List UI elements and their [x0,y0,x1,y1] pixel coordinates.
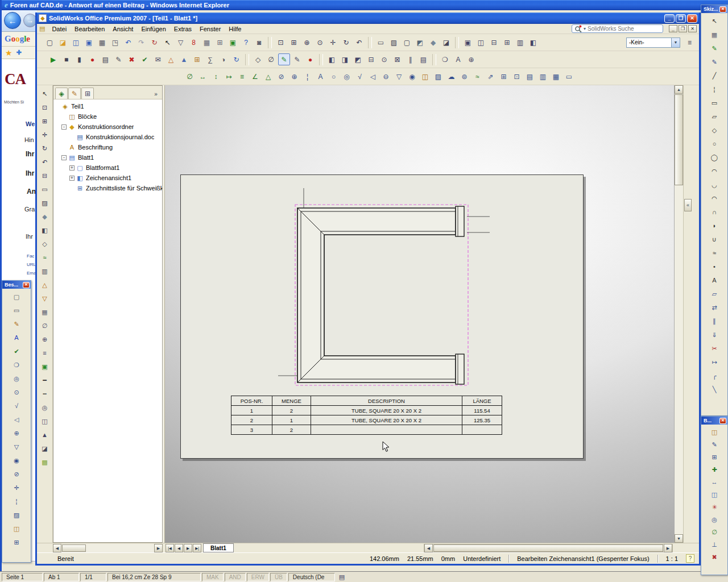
horizontal-dimension-tool[interactable]: ↔ [197,70,209,82]
zebra-stripes-tool[interactable]: ▥ [39,265,51,277]
tree-expander[interactable]: + [69,165,75,171]
auto-balloon-button[interactable]: ⊙ [10,386,23,398]
tile-vertical-button[interactable]: ⊞ [501,36,513,48]
offset-entities-tool[interactable]: ∥ [708,315,721,327]
curvature-tool[interactable]: ≈ [39,252,51,263]
tree-item-zeichenansicht1[interactable]: + ◧ Zeichenansicht1 [53,173,162,183]
tangent-arc-tool[interactable]: ◡ [708,179,721,190]
menu-fenster[interactable]: Fenster [196,25,225,33]
broken-view-button[interactable]: ∥ [404,53,416,65]
format-painter-button[interactable]: ✎ [10,318,23,330]
help-button[interactable]: ? [240,36,252,48]
property-manager-tab[interactable]: ✎ [68,88,81,99]
insert-note-button[interactable]: A [452,53,464,65]
crop-view-button[interactable]: ⊠ [391,53,403,65]
make-block-button[interactable]: ◫ [708,426,721,438]
tree-expander[interactable]: - [61,155,67,160]
tree-item-konstruktionsjournal[interactable]: ▤ Konstruktionsjournal.doc [53,132,162,142]
relations-button[interactable]: ⊥ [708,539,721,550]
note-tool[interactable]: A [315,70,326,82]
zoom-fit-button[interactable]: ⊡ [275,36,287,48]
toolbar-button[interactable] [368,37,372,48]
menu-extras[interactable]: Extras [170,25,196,33]
horizontal-scrollbar[interactable]: ◀ ▶ [424,544,673,552]
smart-dimension-tool[interactable]: ∅ [184,70,196,82]
projected-view-button[interactable]: ◨ [339,53,351,65]
tree-expander[interactable]: + [69,176,75,181]
toolbar-button[interactable] [432,54,436,65]
datum-target-tool[interactable]: ◉ [406,70,418,82]
scrollbar-thumb[interactable] [62,544,86,552]
child-close-button[interactable]: ✕ [688,25,697,32]
perimeter-circle-tool[interactable]: ◯ [708,152,721,163]
ellipse-tool[interactable]: ∩ [708,206,721,218]
close-icon[interactable]: ✕ [719,418,726,424]
partial-ellipse-tool[interactable]: ◗ [708,220,721,231]
revision-table-tool[interactable]: ▥ [537,70,549,82]
centerline-button[interactable]: ¦ [10,496,23,507]
new-macro-button[interactable]: ▤ [100,53,111,65]
centerline-tool[interactable]: ¦ [708,84,721,95]
table-button[interactable]: ⊞ [10,537,23,548]
solidworks-search-input[interactable] [588,26,660,32]
extend-tool[interactable]: ↦ [708,356,721,368]
cut-list-table[interactable]: POS-NR.MENGEDESCRIPTIONLÄNGE 1 2 TUBE, S… [231,396,502,435]
menu-datei[interactable]: Datei [48,25,71,33]
layer-tool[interactable]: ≡ [39,347,51,359]
balloon-button[interactable]: ❍ [10,359,23,371]
photoworks-button[interactable]: 8 [188,36,200,48]
scroll-left-icon[interactable]: ◀ [53,544,61,552]
units-tool[interactable]: ∅ [39,320,51,331]
block-tool[interactable]: ◫ [419,70,431,82]
center-mark-button[interactable]: ✛ [10,482,23,493]
spell-check-button[interactable]: ✔ [139,53,151,65]
scroll-right-icon[interactable]: ▶ [154,544,163,552]
layer-properties-button[interactable]: ≡ [684,36,696,48]
plane-tool[interactable]: ▱ [708,288,721,300]
undercut-tool[interactable]: ▽ [39,293,51,304]
tangent-edge-tool[interactable]: ▲ [39,429,51,440]
layer-combo[interactable]: -Kein- ▼ [626,38,680,48]
weldment-cutlist-tool[interactable]: ▦ [550,70,562,82]
spell-check-button[interactable]: ✔ [10,346,23,357]
tree-item-teil1[interactable]: ◈ Teil1 [53,101,162,111]
favorites-star-icon[interactable]: ★ [5,48,13,57]
smart-dimension-button[interactable]: ∅ [265,53,277,65]
wireframe-button[interactable]: ▭ [375,36,387,48]
balloon-tool[interactable]: ○ [328,70,340,82]
tree-item-beschriftung[interactable]: A Beschriftung [53,142,162,152]
ordinate-dimension-tool[interactable]: ↦ [223,70,235,82]
page-link[interactable]: Fac [27,253,34,259]
drawing-sheet[interactable]: POS-NR.MENGEDESCRIPTIONLÄNGE 1 2 TUBE, S… [180,174,584,459]
polygon-tool[interactable]: ◇ [708,124,721,136]
line-color-tool[interactable]: ▣ [39,361,51,372]
close-button[interactable]: ✕ [687,14,697,23]
baseline-dimension-tool[interactable]: ≡ [236,70,248,82]
datum-feature-tool[interactable]: ▽ [393,70,405,82]
grid-button[interactable]: ▦ [201,36,213,48]
convert-entities-tool[interactable]: ⇓ [708,329,721,340]
block-button[interactable]: ◫ [10,523,23,534]
tree-item-blattformat1[interactable]: + ▢ Blattformat1 [53,163,162,173]
redo-button[interactable]: ↷ [135,36,147,48]
collapse-taskpane-button[interactable]: « [684,199,692,211]
weld-symbol-button[interactable]: ◁ [10,414,23,425]
snap-tool[interactable]: ⊕ [39,334,51,345]
select-tool[interactable]: ↖ [708,15,721,27]
tree-item-bloecke[interactable]: ◫ Blöcke [53,111,162,122]
menu-ansicht[interactable]: Ansicht [109,25,137,33]
next-sheet-button[interactable]: ▶ [184,544,192,552]
hole-table-tool[interactable]: ⊡ [511,70,523,82]
dowel-symbol-tool[interactable]: ⊚ [458,70,470,82]
3d-sketch-tool[interactable]: ✎ [708,56,721,68]
search-dropdown-icon[interactable]: ▾ [584,26,586,31]
solidworks-titlebar[interactable]: ◆ SolidWorks Office Premium 2007 - [Teil… [37,13,699,24]
toolbar-titlebar[interactable]: B... ✕ [701,417,727,425]
circle-tool[interactable]: ○ [708,138,721,149]
revision-cloud-tool[interactable]: ☁ [445,70,457,82]
wireframe-tool[interactable]: ▭ [39,184,51,195]
section-view-tool[interactable]: ◧ [39,225,51,236]
motion-study-button[interactable]: ↻ [230,53,242,65]
general-table-tool[interactable]: ⊞ [498,70,510,82]
edit-block-button[interactable]: ✎ [708,439,721,450]
